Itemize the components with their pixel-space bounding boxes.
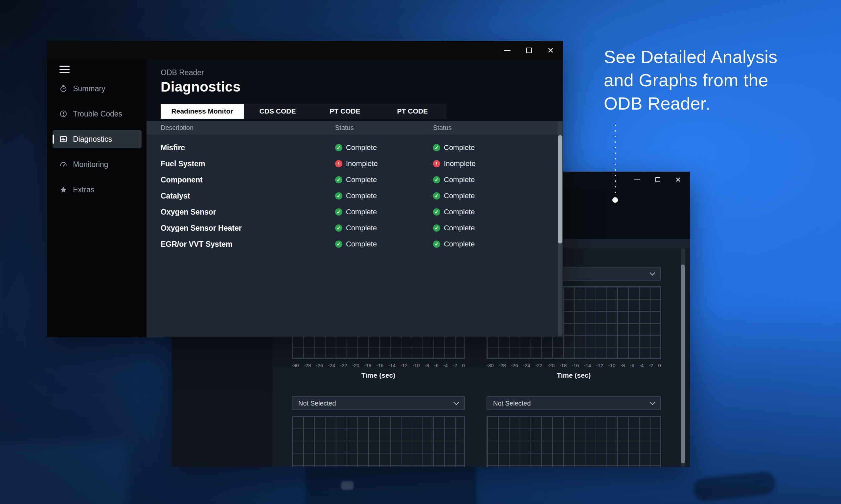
x-axis-tick: -16: [377, 363, 384, 368]
x-axis-tick: -14: [584, 363, 591, 368]
x-axis-tick: -14: [388, 363, 396, 368]
caption-line: See Detailed Analysis: [604, 45, 777, 69]
x-axis-tick: -4: [444, 363, 448, 368]
x-axis-tick: -26: [316, 363, 323, 368]
minimize-button[interactable]: [500, 43, 514, 58]
page-title: Diagnostics: [161, 79, 241, 95]
status-cell: Complete: [433, 143, 475, 152]
x-axis-tick: -12: [400, 363, 408, 368]
sidebar-item-monitoring[interactable]: Monitoring: [53, 155, 142, 174]
background-laptop-shape: [305, 462, 477, 504]
sidebar: Summary Trouble Codes Diagnostics Monito…: [47, 60, 147, 337]
column-header-description: Description: [161, 121, 193, 134]
x-axis-ticks: -30-28-26-24-22-20-18-16-14-12-10-8-6-4-…: [486, 362, 661, 369]
x-axis-tick: -10: [413, 363, 420, 368]
marketing-caption: See Detailed Analysis and Graphs from th…: [604, 45, 777, 115]
x-axis-label: Time (sec): [292, 372, 465, 379]
maximize-button[interactable]: [522, 43, 536, 58]
x-axis-tick: -30: [486, 363, 494, 368]
x-axis-tick: -4: [639, 363, 643, 368]
stopwatch-icon: [59, 85, 67, 92]
chevron-down-icon: [650, 270, 655, 276]
status-cell: Complete: [335, 192, 377, 200]
x-axis-tick: -8: [425, 363, 429, 368]
main-content: ODB Reader Diagnostics Readiness Monitor…: [147, 60, 563, 337]
table-row: Component Complete Complete: [147, 172, 563, 188]
status-check-icon: [433, 192, 440, 199]
main-titlebar[interactable]: ✕: [47, 41, 563, 60]
tab-pt-code-1[interactable]: PT CODE: [311, 104, 378, 119]
status-cell: Complete: [433, 176, 475, 184]
status-cell: Complete: [433, 208, 475, 216]
status-label: Complete: [346, 240, 377, 248]
window-controls: ✕: [631, 172, 685, 188]
status-alert-icon: [335, 160, 342, 167]
maximize-button[interactable]: [651, 173, 664, 186]
caption-line: ODB Reader.: [604, 92, 777, 115]
tab-bar: Readiness Monitor CDS CODE PT CODE PT CO…: [161, 104, 446, 119]
tab-cds-code[interactable]: CDS CODE: [244, 104, 311, 119]
sidebar-item-diagnostics[interactable]: Diagnostics: [53, 130, 142, 148]
table-header-row: Description Status Status: [147, 121, 563, 134]
hamburger-menu-icon[interactable]: [59, 66, 70, 73]
status-label: Complete: [444, 208, 475, 216]
minimize-button[interactable]: [631, 173, 644, 186]
x-axis-tick: -24: [523, 363, 530, 368]
close-button[interactable]: ✕: [671, 173, 685, 186]
sidebar-item-label: Summary: [73, 84, 105, 93]
chart-grid: [292, 416, 465, 467]
close-icon: ✕: [547, 47, 554, 54]
sidebar-nav: Summary Trouble Codes Diagnostics Monito…: [47, 79, 147, 206]
status-label: Inomplete: [444, 160, 476, 168]
sidebar-item-trouble-codes[interactable]: Trouble Codes: [53, 105, 142, 123]
leader-end-dot: [612, 197, 618, 203]
status-check-icon: [335, 224, 342, 232]
x-axis-tick: -12: [596, 363, 603, 368]
status-label: Complete: [346, 192, 377, 200]
close-button[interactable]: ✕: [543, 43, 558, 58]
maximize-icon: [526, 48, 532, 53]
x-axis-tick: -18: [560, 363, 567, 368]
status-check-icon: [335, 209, 342, 216]
status-label: Inomplete: [346, 160, 378, 168]
signal-select-dropdown[interactable]: Not Selected: [292, 396, 465, 410]
x-axis-tick: -10: [608, 363, 616, 368]
status-check-icon: [335, 192, 342, 199]
gauge-icon: [59, 160, 67, 168]
status-check-icon: [335, 144, 342, 151]
status-label: Complete: [444, 143, 475, 152]
status-cell: Inomplete: [335, 160, 378, 168]
tab-pt-code-2[interactable]: PT CODE: [378, 104, 446, 119]
signal-select-dropdown[interactable]: Not Selected: [486, 396, 661, 410]
sidebar-item-extras[interactable]: Extras: [53, 180, 142, 199]
status-cell: Complete: [335, 176, 377, 184]
status-check-icon: [433, 144, 440, 151]
x-axis-tick: -20: [352, 363, 359, 368]
status-label: Complete: [346, 208, 377, 216]
x-axis-tick: 0: [462, 363, 465, 368]
app-title: ODB Reader: [161, 68, 204, 77]
maximize-icon: [655, 177, 660, 182]
x-axis-tick: -8: [621, 363, 625, 368]
scrollbar-track[interactable]: [558, 121, 562, 336]
table-row: EGR/or VVT System Complete Complete: [147, 236, 563, 252]
row-description: Oxygen Sensor Heater: [161, 223, 242, 232]
status-check-icon: [433, 240, 440, 248]
status-cell: Complete: [335, 208, 377, 216]
desktop: ✕ -30-28-26-24-22-20-18-16-14-12-10-8-6-…: [0, 0, 841, 504]
row-description: EGR/or VVT System: [161, 239, 233, 248]
scrollbar-track[interactable]: [681, 248, 685, 467]
table-row: Oxygen Sensor Complete Complete: [147, 204, 563, 220]
table-row: Catalyst Complete Complete: [147, 188, 563, 204]
status-label: Complete: [444, 192, 475, 200]
sidebar-item-summary[interactable]: Summary: [53, 79, 142, 98]
star-icon: [59, 186, 67, 194]
dotted-leader-line: [615, 125, 616, 194]
odb-reader-window: ✕ Summary Trouble Codes Diagnostics: [47, 41, 563, 337]
scrollbar-thumb[interactable]: [681, 265, 685, 463]
scrollbar-thumb[interactable]: [558, 135, 562, 244]
x-axis-tick: -24: [328, 363, 335, 368]
x-axis-tick: -28: [304, 363, 311, 368]
tab-readiness-monitor[interactable]: Readiness Monitor: [161, 104, 244, 119]
x-axis-tick: -20: [547, 363, 554, 368]
